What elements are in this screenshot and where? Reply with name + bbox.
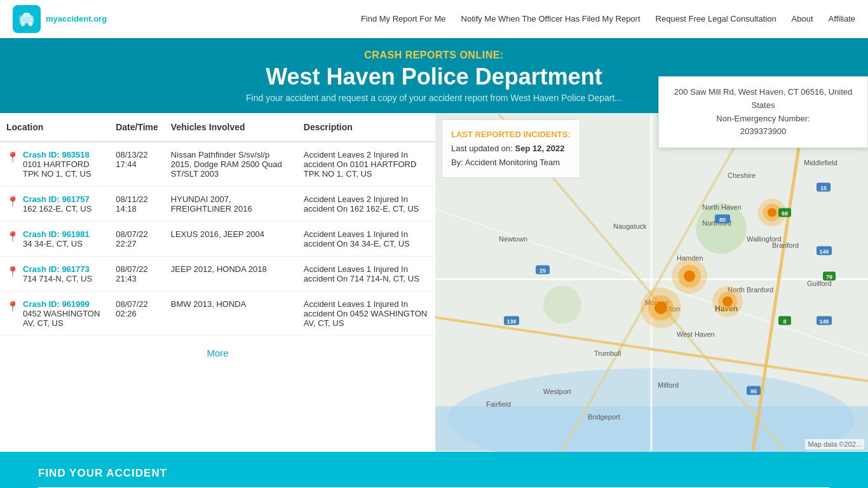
svg-text:Bridgeport: Bridgeport	[588, 413, 620, 421]
cell-vehicles-3: JEEP 2012, HONDA 2018	[165, 257, 297, 292]
location-text-4: 0452 WASHINGTON AV, CT, US	[23, 309, 100, 328]
logo-icon	[13, 5, 41, 33]
svg-text:North Haven: North Haven	[702, 203, 742, 211]
col-vehicles: Vehicles Involved	[165, 113, 297, 142]
location-pin-0: 📍	[6, 151, 19, 163]
svg-point-48	[722, 297, 733, 307]
logo[interactable]: myaccident.org	[13, 5, 107, 33]
team-name: Accident Monitoring Team	[465, 158, 560, 167]
table-row: 📍 Crash ID: 961757 162 162-E, CT, US 08/…	[0, 187, 435, 222]
nav-links: Find My Report For Me Notify Me When The…	[361, 14, 855, 24]
header-banner: CRASH REPORTS ONLINE: West Haven Police …	[0, 38, 868, 113]
cell-location-4: 📍 Crash ID: 961999 0452 WASHINGTON AV, C…	[0, 292, 109, 336]
col-location: Location	[0, 113, 109, 142]
navbar: myaccident.org Find My Report For Me Not…	[0, 0, 868, 38]
svg-text:80: 80	[719, 217, 726, 223]
svg-point-39	[768, 208, 776, 217]
cell-description-2: Accident Leaves 1 Injured In accident On…	[297, 222, 435, 257]
cell-description-4: Accident Leaves 1 Injured In accident On…	[297, 292, 435, 336]
location-pin-4: 📍	[6, 301, 19, 313]
svg-text:15: 15	[820, 185, 827, 191]
cell-vehicles-2: LEXUS 2016, JEEP 2004	[165, 222, 297, 257]
main-area: Location Date/Time Vehicles Involved Des…	[0, 113, 868, 452]
cell-datetime-1: 08/11/2214:18	[109, 187, 165, 222]
nav-notify[interactable]: Notify Me When The Officer Has Filed My …	[461, 14, 641, 24]
svg-text:West Haven: West Haven	[677, 330, 715, 338]
non-emergency-label: Non-Emergency Number:	[669, 112, 857, 126]
last-updated-label: Last updated on:	[451, 144, 513, 153]
phone-number: 2039373900	[669, 125, 857, 139]
map-section: Middlefield Cheshire Wallingford North B…	[435, 113, 868, 452]
svg-text:Branford: Branford	[772, 241, 799, 249]
col-description: Description	[297, 113, 435, 142]
cell-datetime-4: 08/07/2202:26	[109, 292, 165, 336]
header-subtitle: CRASH REPORTS ONLINE:	[13, 50, 855, 61]
last-updated-date: Sep 12, 2022	[515, 144, 564, 153]
cell-location-3: 📍 Crash ID: 961773 714 714-N, CT, US	[0, 257, 109, 292]
table-row: 📍 Crash ID: 961981 34 34-E, CT, US 08/07…	[0, 222, 435, 257]
last-reported-overlay: LAST REPORTED INCIDENTS: Last updated on…	[442, 119, 580, 178]
table-row: 📍 Crash ID: 963518 0101 HARTFORD TPK NO …	[0, 142, 435, 187]
cell-vehicles-0: Nissan Pathfinder S/sv/sl/p 2015, Dodge …	[165, 142, 297, 187]
cell-datetime-2: 08/07/2222:27	[109, 222, 165, 257]
crash-id-link-2[interactable]: Crash ID: 961981	[23, 229, 90, 239]
cell-location-1: 📍 Crash ID: 961757 162 162-E, CT, US	[0, 187, 109, 222]
svg-marker-4	[22, 13, 32, 17]
location-text-3: 714 714-N, CT, US	[23, 274, 92, 283]
location-text-2: 34 34-E, CT, US	[23, 239, 83, 248]
cell-location-0: 📍 Crash ID: 963518 0101 HARTFORD TPK NO …	[0, 142, 109, 187]
cell-vehicles-1: HYUNDAI 2007, FREIGHTLINER 2016	[165, 187, 297, 222]
svg-text:146: 146	[819, 318, 829, 325]
svg-point-45	[654, 302, 667, 315]
table-row: 📍 Crash ID: 961773 714 714-N, CT, US 08/…	[0, 257, 435, 292]
nav-legal[interactable]: Request Free Legal Consultation	[656, 14, 776, 24]
cell-description-1: Accident Leaves 2 Injured In accident On…	[297, 187, 435, 222]
find-section: FIND YOUR ACCIDENT	[0, 452, 868, 488]
location-pin-2: 📍	[6, 231, 19, 243]
svg-text:Cheshire: Cheshire	[728, 172, 756, 179]
svg-text:136: 136	[506, 318, 516, 325]
table-header-row: Location Date/Time Vehicles Involved Des…	[0, 113, 435, 142]
svg-text:68: 68	[782, 210, 788, 217]
svg-text:Middlefield: Middlefield	[804, 159, 837, 166]
svg-text:146: 146	[819, 248, 829, 255]
svg-text:Westport: Westport	[543, 388, 571, 395]
nav-affiliate[interactable]: Affiliate	[829, 14, 855, 24]
cell-description-0: Accident Leaves 2 Injured In accident On…	[297, 142, 435, 187]
svg-text:Fairfield: Fairfield	[486, 400, 511, 408]
cell-datetime-3: 08/07/2221:43	[109, 257, 165, 292]
crash-id-link-4[interactable]: Crash ID: 961999	[23, 299, 90, 309]
svg-text:25: 25	[539, 268, 546, 274]
last-reported-label: LAST REPORTED INCIDENTS:	[451, 128, 571, 142]
location-pin-3: 📍	[6, 266, 19, 278]
nav-find-report[interactable]: Find My Report For Me	[361, 14, 446, 24]
crash-id-link-0[interactable]: Crash ID: 963518	[23, 150, 90, 159]
svg-text:Naugatuck: Naugatuck	[613, 222, 647, 230]
map-credit: Map data ©202...	[805, 439, 864, 449]
find-title: FIND YOUR ACCIDENT	[38, 467, 830, 480]
svg-point-16	[543, 286, 581, 324]
crash-id-link-3[interactable]: Crash ID: 961773	[23, 264, 90, 274]
svg-text:Milford: Milford	[658, 381, 679, 389]
by-label: By:	[451, 158, 463, 167]
svg-point-42	[684, 271, 695, 282]
svg-text:Newtown: Newtown	[499, 235, 527, 243]
address-popup: 200 Saw Mill Rd, West Haven, CT 06516, U…	[658, 76, 868, 148]
svg-text:95: 95	[750, 388, 757, 395]
by-line: By: Accident Monitoring Team	[451, 156, 571, 170]
more-link[interactable]: More	[0, 336, 435, 370]
address-text: 200 Saw Mill Rd, West Haven, CT 06516, U…	[669, 86, 857, 112]
nav-about[interactable]: About	[792, 14, 813, 24]
crash-id-link-1[interactable]: Crash ID: 961757	[23, 194, 90, 204]
col-datetime: Date/Time	[109, 113, 165, 142]
location-pin-1: 📍	[6, 196, 19, 208]
map-background: Middlefield Cheshire Wallingford North B…	[435, 113, 868, 452]
svg-text:8: 8	[783, 318, 786, 325]
svg-text:79: 79	[826, 274, 832, 280]
svg-rect-3	[20, 17, 33, 23]
svg-text:Trumbull: Trumbull	[594, 349, 621, 357]
logo-text: myaccident.org	[46, 14, 107, 24]
table-row: 📍 Crash ID: 961999 0452 WASHINGTON AV, C…	[0, 292, 435, 336]
incident-table: Location Date/Time Vehicles Involved Des…	[0, 113, 435, 336]
cell-vehicles-4: BMW 2013, HONDA	[165, 292, 297, 336]
